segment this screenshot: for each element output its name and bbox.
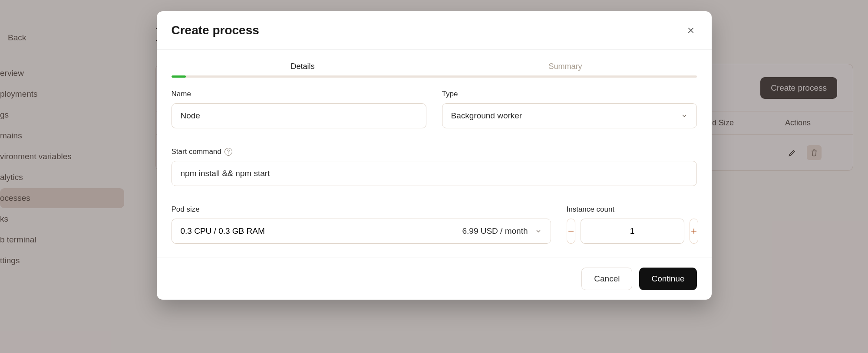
- type-select-value: Background worker: [451, 111, 522, 121]
- cancel-button[interactable]: Cancel: [581, 268, 632, 290]
- type-label: Type: [442, 90, 458, 98]
- chevron-down-icon: [681, 112, 688, 119]
- pod-size-price: 6.99 USD / month: [462, 226, 528, 236]
- modal-overlay[interactable]: Create process Details Summary Name: [0, 0, 868, 353]
- pod-size-spec: 0.3 CPU / 0.3 GB RAM: [181, 226, 265, 236]
- increment-button[interactable]: [690, 219, 698, 244]
- name-label: Name: [172, 90, 191, 98]
- help-icon[interactable]: ?: [224, 148, 232, 156]
- start-command-label: Start command: [172, 147, 221, 156]
- name-input[interactable]: [172, 103, 426, 128]
- instance-count-input[interactable]: [581, 219, 684, 244]
- chevron-down-icon: [535, 228, 542, 235]
- pod-size-label: Pod size: [172, 205, 200, 214]
- progress-fill: [172, 75, 186, 78]
- start-command-input[interactable]: [172, 161, 697, 186]
- continue-button[interactable]: Continue: [639, 268, 696, 290]
- type-select[interactable]: Background worker: [442, 103, 697, 128]
- modal-title: Create process: [172, 23, 259, 37]
- decrement-button[interactable]: [567, 219, 575, 244]
- create-process-modal: Create process Details Summary Name: [157, 11, 712, 300]
- instance-count-label: Instance count: [567, 205, 615, 214]
- pod-size-select[interactable]: 0.3 CPU / 0.3 GB RAM 6.99 USD / month: [172, 219, 551, 244]
- tab-details[interactable]: Details: [172, 58, 434, 75]
- tab-summary[interactable]: Summary: [434, 58, 697, 75]
- close-icon[interactable]: [685, 24, 697, 36]
- progress-track: [172, 75, 697, 78]
